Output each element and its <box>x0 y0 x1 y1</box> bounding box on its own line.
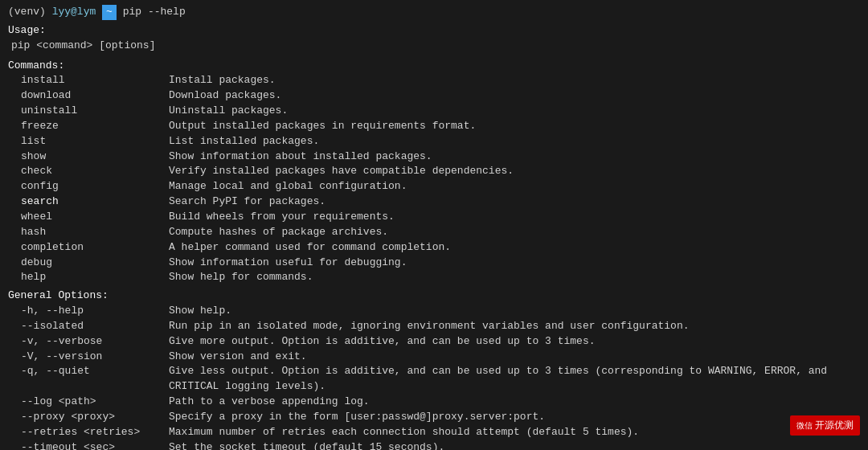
command-desc: Show information about installed package… <box>169 149 860 165</box>
options-table: -h, --helpShow help.--isolatedRun pip in… <box>8 304 860 450</box>
prompt-path: ~ <box>102 5 117 20</box>
usage-label: Usage: <box>8 23 860 39</box>
prompt-command: pip --help <box>123 5 186 20</box>
command-desc: List installed packages. <box>169 134 860 149</box>
prompt-venv: (venv) <box>8 5 46 20</box>
terminal: (venv) lyy@lym ~ pip --help Usage: pip <… <box>0 0 868 450</box>
command-desc: Download packages. <box>169 88 860 104</box>
command-name: download <box>8 88 169 104</box>
option-name: --timeout <sec> <box>8 440 169 450</box>
command-desc: Output installed packages in requirement… <box>169 119 860 134</box>
option-desc: Set the socket timeout (default 15 secon… <box>169 440 860 450</box>
command-name: config <box>8 179 169 194</box>
command-name: debug <box>8 256 169 271</box>
command-desc: Manage local and global configuration. <box>169 179 860 194</box>
prompt-line: (venv) lyy@lym ~ pip --help <box>8 5 860 20</box>
command-desc: Show information useful for debugging. <box>169 256 860 271</box>
command-name: show <box>8 149 169 165</box>
command-name: help <box>8 270 169 285</box>
option-name: -v, --verbose <box>8 334 169 350</box>
option-desc: Specify a proxy in the form [user:passwd… <box>169 410 860 425</box>
option-desc: Show version and exit. <box>169 350 860 365</box>
option-name: -q, --quiet <box>8 364 169 395</box>
option-desc: Give less output. Option is additive, an… <box>169 364 860 395</box>
option-desc: Give more output. Option is additive, an… <box>169 334 860 350</box>
command-name: list <box>8 134 169 149</box>
command-desc: Verify installed packages have compatibl… <box>169 164 860 179</box>
commands-title: Commands: <box>8 59 860 74</box>
command-name: uninstall <box>8 104 169 119</box>
command-desc: Build wheels from your requirements. <box>169 210 860 225</box>
option-name: --retries <retries> <box>8 425 169 440</box>
command-name: completion <box>8 240 169 256</box>
command-desc: Show help for commands. <box>169 270 860 285</box>
command-name: wheel <box>8 210 169 225</box>
option-name: --proxy <proxy> <box>8 410 169 425</box>
option-desc: Path to a verbose appending log. <box>169 395 860 410</box>
command-desc: Search PyPI for packages. <box>169 194 860 210</box>
command-name: freeze <box>8 119 169 134</box>
command-name: install <box>8 73 169 88</box>
option-name: -h, --help <box>8 304 169 319</box>
usage-syntax: pip <command> [options] <box>8 39 860 54</box>
commands-table: installInstall packages.downloadDownload… <box>8 73 860 285</box>
command-name: hash <box>8 225 169 240</box>
command-name: search <box>8 194 169 210</box>
command-desc: A helper command used for command comple… <box>169 240 860 256</box>
option-name: -V, --version <box>8 350 169 365</box>
option-desc: Maximum number of retries each connectio… <box>169 425 860 440</box>
command-name: check <box>8 164 169 179</box>
option-desc: Show help. <box>169 304 860 319</box>
option-name: --isolated <box>8 319 169 334</box>
option-name: --log <path> <box>8 395 169 410</box>
command-desc: Compute hashes of package archives. <box>169 225 860 240</box>
command-desc: Install packages. <box>169 73 860 88</box>
general-options-title: General Options: <box>8 288 860 304</box>
prompt-user: lyy@lym <box>52 5 96 20</box>
option-desc: Run pip in an isolated mode, ignoring en… <box>169 319 860 334</box>
watermark: 微信 开源优测 <box>790 415 860 436</box>
command-desc: Uninstall packages. <box>169 104 860 119</box>
